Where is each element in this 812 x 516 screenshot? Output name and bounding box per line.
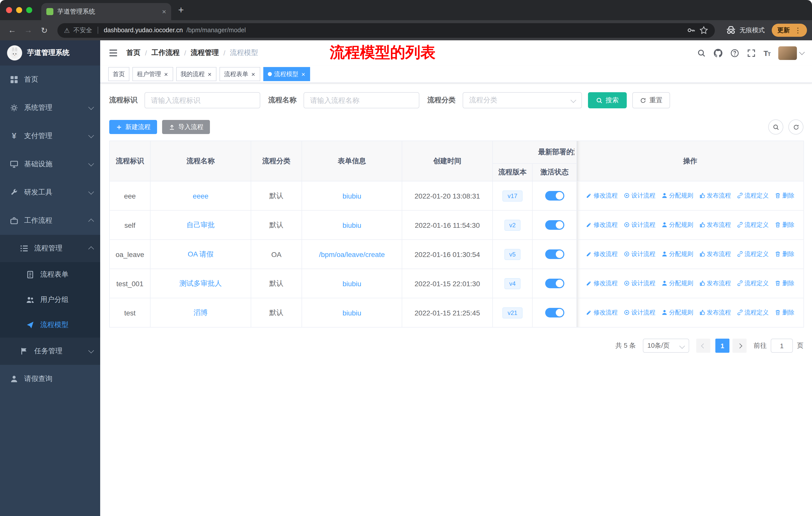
- create-process-button[interactable]: 新建流程: [109, 120, 157, 134]
- forward-button[interactable]: →: [21, 23, 35, 37]
- tab-home[interactable]: 首页: [108, 67, 129, 81]
- sidebar-item-infrastructure[interactable]: 基础设施: [0, 150, 100, 179]
- goto-page-input[interactable]: [771, 338, 793, 353]
- browser-update-button[interactable]: 更新 ⋮: [772, 24, 807, 37]
- publish-process-link[interactable]: 发布流程: [699, 221, 731, 229]
- design-process-link[interactable]: 设计流程: [624, 279, 656, 288]
- back-button[interactable]: ←: [5, 23, 19, 37]
- process-id-input[interactable]: [144, 92, 260, 108]
- form-info-link[interactable]: biubiu: [343, 192, 361, 200]
- browser-menu-icon[interactable]: ⋮: [794, 26, 802, 34]
- active-toggle[interactable]: [545, 220, 564, 230]
- fullscreen-icon[interactable]: [747, 49, 755, 57]
- active-toggle[interactable]: [545, 279, 564, 288]
- modify-process-link[interactable]: 修改流程: [586, 250, 618, 259]
- sidebar-item-home[interactable]: 首页: [0, 65, 100, 94]
- close-icon[interactable]: ×: [164, 71, 168, 77]
- process-name-link[interactable]: 滔博: [194, 308, 208, 316]
- new-tab-button[interactable]: +: [178, 4, 184, 16]
- tab-process-model[interactable]: 流程模型×: [263, 67, 310, 81]
- publish-process-link[interactable]: 发布流程: [699, 308, 731, 317]
- key-icon[interactable]: [687, 26, 696, 35]
- assign-rule-link[interactable]: 分配规则: [662, 250, 693, 259]
- active-toggle[interactable]: [545, 308, 564, 318]
- delete-link[interactable]: 删除: [775, 221, 794, 229]
- reset-button[interactable]: 重置: [632, 92, 670, 108]
- publish-process-link[interactable]: 发布流程: [699, 191, 731, 200]
- design-process-link[interactable]: 设计流程: [624, 221, 656, 229]
- design-process-link[interactable]: 设计流程: [624, 308, 656, 317]
- close-icon[interactable]: ×: [301, 71, 306, 77]
- modify-process-link[interactable]: 修改流程: [586, 308, 618, 317]
- help-icon[interactable]: [730, 49, 739, 57]
- search-icon[interactable]: [697, 49, 705, 57]
- sidebar-item-workflow[interactable]: 工作流程: [0, 207, 100, 235]
- sidebar-item-user-group[interactable]: 用户分组: [0, 287, 100, 313]
- delete-link[interactable]: 删除: [775, 279, 794, 288]
- sidebar-logo[interactable]: 芋道管理系统: [0, 40, 100, 65]
- sidebar-item-process-model[interactable]: 流程模型: [0, 313, 100, 337]
- font-size-icon[interactable]: TT: [763, 49, 770, 57]
- sidebar-item-system-mgmt[interactable]: 系统管理: [0, 94, 100, 122]
- breadcrumb-item[interactable]: 首页: [126, 48, 141, 57]
- reload-button[interactable]: ↻: [37, 23, 51, 37]
- process-name-input[interactable]: [303, 92, 419, 108]
- process-name-link[interactable]: 自己审批: [186, 220, 215, 228]
- tab-close-icon[interactable]: ×: [162, 7, 166, 16]
- assign-rule-link[interactable]: 分配规则: [662, 191, 693, 200]
- form-info-link[interactable]: biubiu: [343, 279, 361, 288]
- form-info-link[interactable]: biubiu: [343, 309, 361, 317]
- delete-link[interactable]: 删除: [775, 191, 794, 200]
- sidebar-item-task-mgmt[interactable]: 任务管理: [0, 337, 100, 365]
- sidebar-item-dev-tools[interactable]: 研发工具: [0, 179, 100, 207]
- process-definition-link[interactable]: 流程定义: [737, 221, 769, 229]
- delete-link[interactable]: 删除: [775, 308, 794, 317]
- sidebar-item-payment-mgmt[interactable]: ¥支付管理: [0, 122, 100, 150]
- sidebar-item-leave-query[interactable]: 请假查询: [0, 365, 100, 393]
- assign-rule-link[interactable]: 分配规则: [662, 308, 693, 317]
- tab-my-process[interactable]: 我的流程×: [176, 67, 216, 81]
- breadcrumb-item[interactable]: 流程管理: [191, 48, 219, 57]
- window-zoom-button[interactable]: [26, 7, 32, 13]
- refresh-table-button[interactable]: [788, 119, 804, 135]
- process-category-select[interactable]: 流程分类: [463, 92, 582, 108]
- process-name-link[interactable]: 测试多审批人: [179, 279, 222, 287]
- window-close-button[interactable]: [6, 7, 12, 13]
- bookmark-star-icon[interactable]: [699, 26, 708, 35]
- design-process-link[interactable]: 设计流程: [624, 191, 656, 200]
- sidebar-item-process-form[interactable]: 流程表单: [0, 262, 100, 287]
- delete-link[interactable]: 删除: [775, 250, 794, 259]
- modify-process-link[interactable]: 修改流程: [586, 279, 618, 288]
- page-size-select[interactable]: 10条/页: [643, 338, 689, 353]
- user-menu[interactable]: [778, 46, 804, 60]
- modify-process-link[interactable]: 修改流程: [586, 221, 618, 229]
- modify-process-link[interactable]: 修改流程: [586, 191, 618, 200]
- breadcrumb-item[interactable]: 工作流程: [151, 48, 180, 57]
- assign-rule-link[interactable]: 分配规则: [662, 221, 693, 229]
- import-process-button[interactable]: 导入流程: [162, 120, 210, 134]
- tab-process-form[interactable]: 流程表单×: [220, 67, 260, 81]
- design-process-link[interactable]: 设计流程: [624, 250, 656, 259]
- publish-process-link[interactable]: 发布流程: [699, 279, 731, 288]
- process-definition-link[interactable]: 流程定义: [737, 250, 769, 259]
- active-toggle[interactable]: [545, 249, 564, 259]
- form-info-link[interactable]: biubiu: [343, 221, 361, 229]
- hide-search-button[interactable]: [768, 119, 783, 135]
- search-button[interactable]: 搜索: [588, 92, 627, 108]
- page-number-1[interactable]: 1: [715, 338, 729, 353]
- process-name-link[interactable]: OA 请假: [188, 250, 214, 258]
- prev-page-button[interactable]: [696, 338, 710, 353]
- active-toggle[interactable]: [545, 191, 564, 200]
- publish-process-link[interactable]: 发布流程: [699, 250, 731, 259]
- form-info-link[interactable]: /bpm/oa/leave/create: [319, 250, 385, 258]
- close-icon[interactable]: ×: [251, 71, 256, 77]
- process-definition-link[interactable]: 流程定义: [737, 191, 769, 200]
- process-name-link[interactable]: eeee: [193, 192, 208, 200]
- close-icon[interactable]: ×: [207, 71, 212, 77]
- sidebar-item-process-mgmt[interactable]: 流程管理: [0, 235, 100, 262]
- github-icon[interactable]: [714, 49, 722, 57]
- process-definition-link[interactable]: 流程定义: [737, 279, 769, 288]
- assign-rule-link[interactable]: 分配规则: [662, 279, 693, 288]
- browser-tab[interactable]: 芋道管理系统 ×: [41, 3, 171, 20]
- window-minimize-button[interactable]: [16, 7, 22, 13]
